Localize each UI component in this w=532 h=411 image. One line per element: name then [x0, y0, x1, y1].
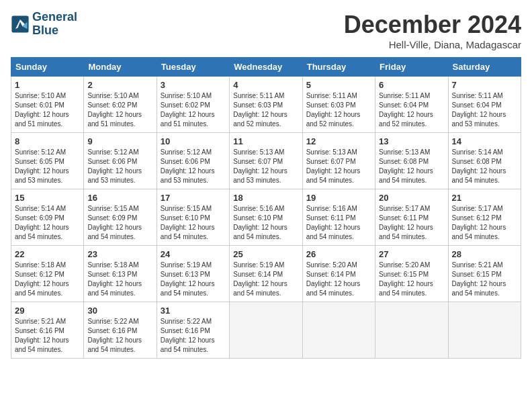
- day-cell: 13Sunrise: 5:13 AM Sunset: 6:08 PM Dayli…: [375, 133, 448, 189]
- day-info: Sunrise: 5:11 AM Sunset: 6:04 PM Dayligh…: [452, 91, 517, 129]
- day-header-sunday: Sunday: [11, 58, 84, 77]
- day-cell: 17Sunrise: 5:15 AM Sunset: 6:10 PM Dayli…: [157, 189, 229, 246]
- day-info: Sunrise: 5:15 AM Sunset: 6:10 PM Dayligh…: [161, 204, 226, 242]
- day-cell: 28Sunrise: 5:21 AM Sunset: 6:15 PM Dayli…: [448, 246, 521, 302]
- week-row-4: 22Sunrise: 5:18 AM Sunset: 6:12 PM Dayli…: [11, 246, 521, 302]
- day-cell: 2Sunrise: 5:10 AM Sunset: 6:02 PM Daylig…: [84, 77, 157, 133]
- day-number: 29: [15, 306, 80, 316]
- day-number: 23: [87, 249, 152, 259]
- week-row-3: 15Sunrise: 5:14 AM Sunset: 6:09 PM Dayli…: [11, 189, 521, 246]
- day-cell: 26Sunrise: 5:20 AM Sunset: 6:14 PM Dayli…: [302, 246, 375, 302]
- day-info: Sunrise: 5:20 AM Sunset: 6:14 PM Dayligh…: [306, 261, 371, 298]
- day-cell: 18Sunrise: 5:16 AM Sunset: 6:10 PM Dayli…: [230, 189, 302, 246]
- day-cell: 10Sunrise: 5:12 AM Sunset: 6:06 PM Dayli…: [157, 133, 229, 189]
- day-cell: 30Sunrise: 5:22 AM Sunset: 6:16 PM Dayli…: [84, 302, 157, 359]
- day-info: Sunrise: 5:17 AM Sunset: 6:12 PM Dayligh…: [452, 204, 517, 242]
- day-info: Sunrise: 5:13 AM Sunset: 6:08 PM Dayligh…: [379, 148, 444, 185]
- days-header-row: SundayMondayTuesdayWednesdayThursdayFrid…: [11, 58, 521, 77]
- day-number: 1: [15, 80, 80, 90]
- day-info: Sunrise: 5:13 AM Sunset: 6:07 PM Dayligh…: [233, 148, 298, 185]
- day-number: 22: [15, 249, 80, 259]
- day-info: Sunrise: 5:18 AM Sunset: 6:13 PM Dayligh…: [87, 261, 152, 298]
- day-header-wednesday: Wednesday: [230, 58, 302, 77]
- day-number: 24: [161, 249, 226, 259]
- day-number: 16: [87, 193, 152, 203]
- day-number: 5: [306, 80, 371, 90]
- day-info: Sunrise: 5:10 AM Sunset: 6:02 PM Dayligh…: [161, 91, 226, 129]
- day-info: Sunrise: 5:15 AM Sunset: 6:09 PM Dayligh…: [87, 204, 152, 242]
- logo-icon: [11, 15, 30, 34]
- day-number: 15: [15, 193, 80, 203]
- day-info: Sunrise: 5:12 AM Sunset: 6:05 PM Dayligh…: [15, 148, 80, 185]
- day-cell: 15Sunrise: 5:14 AM Sunset: 6:09 PM Dayli…: [11, 189, 84, 246]
- day-info: Sunrise: 5:11 AM Sunset: 6:03 PM Dayligh…: [233, 91, 298, 129]
- day-cell: 20Sunrise: 5:17 AM Sunset: 6:11 PM Dayli…: [375, 189, 448, 246]
- day-cell: 24Sunrise: 5:19 AM Sunset: 6:13 PM Dayli…: [157, 246, 229, 302]
- day-info: Sunrise: 5:18 AM Sunset: 6:12 PM Dayligh…: [15, 261, 80, 298]
- day-info: Sunrise: 5:22 AM Sunset: 6:16 PM Dayligh…: [161, 317, 226, 355]
- day-info: Sunrise: 5:14 AM Sunset: 6:08 PM Dayligh…: [452, 148, 517, 185]
- day-cell: 11Sunrise: 5:13 AM Sunset: 6:07 PM Dayli…: [230, 133, 302, 189]
- day-info: Sunrise: 5:11 AM Sunset: 6:04 PM Dayligh…: [379, 91, 444, 129]
- day-cell: 14Sunrise: 5:14 AM Sunset: 6:08 PM Dayli…: [448, 133, 521, 189]
- day-info: Sunrise: 5:19 AM Sunset: 6:14 PM Dayligh…: [233, 261, 298, 298]
- day-cell: 3Sunrise: 5:10 AM Sunset: 6:02 PM Daylig…: [157, 77, 229, 133]
- day-info: Sunrise: 5:20 AM Sunset: 6:15 PM Dayligh…: [379, 261, 444, 298]
- day-cell: 19Sunrise: 5:16 AM Sunset: 6:11 PM Dayli…: [302, 189, 375, 246]
- day-number: 28: [452, 249, 517, 259]
- day-cell: [230, 302, 302, 359]
- day-number: 31: [161, 306, 226, 316]
- day-cell: 23Sunrise: 5:18 AM Sunset: 6:13 PM Dayli…: [84, 246, 157, 302]
- week-row-1: 1Sunrise: 5:10 AM Sunset: 6:01 PM Daylig…: [11, 77, 521, 133]
- day-info: Sunrise: 5:11 AM Sunset: 6:03 PM Dayligh…: [306, 91, 371, 129]
- day-info: Sunrise: 5:16 AM Sunset: 6:11 PM Dayligh…: [306, 204, 371, 242]
- day-info: Sunrise: 5:12 AM Sunset: 6:06 PM Dayligh…: [161, 148, 226, 185]
- day-info: Sunrise: 5:10 AM Sunset: 6:01 PM Dayligh…: [15, 91, 80, 129]
- day-number: 8: [15, 136, 80, 146]
- day-info: Sunrise: 5:13 AM Sunset: 6:07 PM Dayligh…: [306, 148, 371, 185]
- day-number: 30: [87, 306, 152, 316]
- day-cell: 31Sunrise: 5:22 AM Sunset: 6:16 PM Dayli…: [157, 302, 229, 359]
- day-info: Sunrise: 5:14 AM Sunset: 6:09 PM Dayligh…: [15, 204, 80, 242]
- day-number: 21: [452, 193, 517, 203]
- day-cell: [375, 302, 448, 359]
- day-number: 2: [87, 80, 152, 90]
- day-number: 14: [452, 136, 517, 146]
- day-number: 25: [233, 249, 298, 259]
- day-info: Sunrise: 5:21 AM Sunset: 6:15 PM Dayligh…: [452, 261, 517, 298]
- day-info: Sunrise: 5:22 AM Sunset: 6:16 PM Dayligh…: [87, 317, 152, 355]
- day-cell: 12Sunrise: 5:13 AM Sunset: 6:07 PM Dayli…: [302, 133, 375, 189]
- title-area: December 2024 Hell-Ville, Diana, Madagas…: [344, 11, 521, 50]
- day-info: Sunrise: 5:16 AM Sunset: 6:10 PM Dayligh…: [233, 204, 298, 242]
- day-cell: 21Sunrise: 5:17 AM Sunset: 6:12 PM Dayli…: [448, 189, 521, 246]
- day-number: 6: [379, 80, 444, 90]
- day-number: 12: [306, 136, 371, 146]
- day-number: 7: [452, 80, 517, 90]
- logo-text: General Blue: [32, 11, 77, 38]
- day-info: Sunrise: 5:12 AM Sunset: 6:06 PM Dayligh…: [87, 148, 152, 185]
- day-header-tuesday: Tuesday: [157, 58, 229, 77]
- day-cell: [448, 302, 521, 359]
- logo: General Blue: [11, 11, 77, 38]
- day-number: 20: [379, 193, 444, 203]
- day-cell: 27Sunrise: 5:20 AM Sunset: 6:15 PM Dayli…: [375, 246, 448, 302]
- day-number: 27: [379, 249, 444, 259]
- day-cell: 9Sunrise: 5:12 AM Sunset: 6:06 PM Daylig…: [84, 133, 157, 189]
- day-header-monday: Monday: [84, 58, 157, 77]
- calendar-table: SundayMondayTuesdayWednesdayThursdayFrid…: [11, 57, 521, 359]
- day-cell: 6Sunrise: 5:11 AM Sunset: 6:04 PM Daylig…: [375, 77, 448, 133]
- location: Hell-Ville, Diana, Madagascar: [344, 39, 521, 50]
- day-header-friday: Friday: [375, 58, 448, 77]
- day-cell: [302, 302, 375, 359]
- day-info: Sunrise: 5:10 AM Sunset: 6:02 PM Dayligh…: [87, 91, 152, 129]
- day-cell: 22Sunrise: 5:18 AM Sunset: 6:12 PM Dayli…: [11, 246, 84, 302]
- day-number: 18: [233, 193, 298, 203]
- week-row-5: 29Sunrise: 5:21 AM Sunset: 6:16 PM Dayli…: [11, 302, 521, 359]
- day-number: 10: [161, 136, 226, 146]
- day-cell: 5Sunrise: 5:11 AM Sunset: 6:03 PM Daylig…: [302, 77, 375, 133]
- day-cell: 16Sunrise: 5:15 AM Sunset: 6:09 PM Dayli…: [84, 189, 157, 246]
- day-cell: 7Sunrise: 5:11 AM Sunset: 6:04 PM Daylig…: [448, 77, 521, 133]
- day-number: 13: [379, 136, 444, 146]
- week-row-2: 8Sunrise: 5:12 AM Sunset: 6:05 PM Daylig…: [11, 133, 521, 189]
- day-cell: 25Sunrise: 5:19 AM Sunset: 6:14 PM Dayli…: [230, 246, 302, 302]
